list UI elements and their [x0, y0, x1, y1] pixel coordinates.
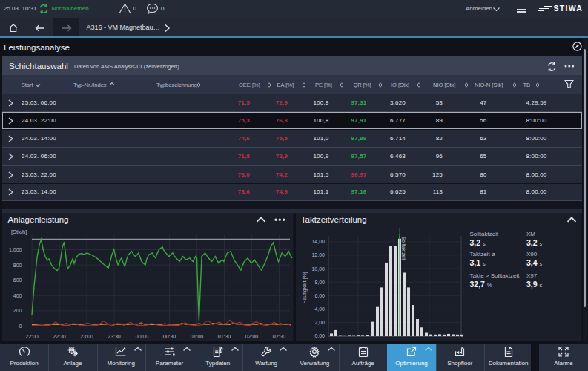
svg-text:800: 800	[13, 263, 22, 268]
svg-text:23:30: 23:30	[108, 334, 121, 339]
svg-text:8,00: 8,00	[314, 280, 325, 285]
svg-text:Anlagenleistung: Anlagenleistung	[8, 215, 69, 224]
svg-text:00:30: 00:30	[163, 334, 176, 339]
svg-text:22:30: 22:30	[53, 334, 66, 339]
svg-text:6,00: 6,00	[314, 293, 325, 298]
svg-text:10,00: 10,00	[311, 266, 325, 272]
svg-text:2,00: 2,00	[314, 320, 325, 325]
svg-text:4,00: 4,00	[314, 306, 325, 312]
svg-text:23:00: 23:00	[80, 334, 93, 339]
svg-text:0,00: 0,00	[314, 333, 325, 338]
svg-text:01:30: 01:30	[218, 334, 231, 339]
svg-text:00:00: 00:00	[136, 334, 149, 339]
svg-text:200: 200	[13, 308, 22, 313]
svg-text:600: 600	[13, 278, 22, 283]
svg-text:Solltaktzeit: Solltaktzeit	[470, 231, 499, 237]
svg-text:Takte > Solltaktzeit: Takte > Solltaktzeit	[470, 272, 521, 279]
svg-text:22:00: 22:00	[25, 334, 39, 339]
svg-text:Taktzeitverteilung: Taktzeitverteilung	[301, 215, 367, 224]
svg-text:14,00: 14,00	[311, 239, 325, 244]
svg-text:[Stk/h]: [Stk/h]	[11, 229, 27, 235]
svg-text:Taktzeit ø: Taktzeit ø	[470, 251, 495, 257]
svg-text:02:30: 02:30	[273, 334, 286, 339]
svg-text:Solltaktzeit: Solltaktzeit	[401, 237, 406, 260]
svg-text:XM: XM	[526, 231, 535, 237]
svg-text:02:00: 02:00	[245, 334, 259, 339]
svg-text:01:00: 01:00	[191, 334, 204, 339]
svg-text:0: 0	[19, 324, 22, 329]
svg-text:400: 400	[13, 293, 22, 298]
svg-text:12,00: 12,00	[311, 252, 325, 257]
svg-text:1.000: 1.000	[9, 247, 22, 252]
svg-text:Häufigkeit [%]: Häufigkeit [%]	[302, 272, 308, 303]
svg-text:X97: X97	[526, 272, 538, 279]
svg-text:X90: X90	[526, 251, 538, 257]
